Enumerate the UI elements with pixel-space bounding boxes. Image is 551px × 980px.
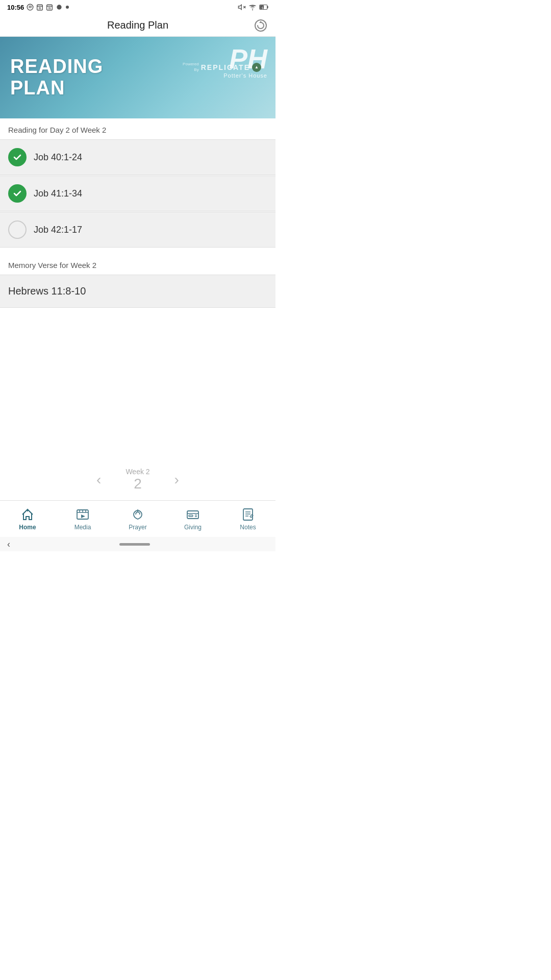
spotify-icon [27,4,34,11]
svg-point-0 [27,4,33,10]
banner: READING PLAN PH Potter's House Powered B… [0,37,276,118]
nav-item-notes[interactable]: Notes [220,507,276,531]
calendar-icon-1: 31 [36,4,43,11]
svg-point-11 [252,9,253,10]
bottom-nav: Home Media Prayer Giving [0,500,276,537]
status-right [238,3,268,11]
svg-rect-30 [243,509,253,520]
reading-item-1[interactable]: Job 40:1-24 [0,139,276,175]
reading-section-label: Reading for Day 2 of Week 2 [0,118,276,139]
status-bar: 10:56 31 31 [0,0,276,14]
banner-logo: PH Potter's House Powered By REPLICATE ▲ [223,45,267,79]
reading-item-2[interactable]: Job 41:1-34 [0,176,276,211]
memory-verse-text: Hebrews 11:8-10 [8,285,86,297]
record-icon [56,4,63,11]
svg-marker-16 [259,21,262,23]
svg-rect-27 [189,515,193,517]
status-left: 10:56 31 31 [7,4,69,11]
next-week-button[interactable]: › [170,468,183,492]
back-arrow[interactable]: ‹ [7,539,10,550]
home-icon [20,507,35,522]
svg-text:31: 31 [39,7,42,10]
replicate-branding: Powered By REPLICATE ▲ [183,62,261,72]
nav-item-media[interactable]: Media [55,507,110,531]
reading-section: Reading for Day 2 of Week 2 Job 40:1-24 … [0,118,276,248]
church-name: Potter's House [223,72,267,79]
nav-label-home: Home [19,524,36,531]
svg-point-7 [57,5,62,9]
dot-icon [65,5,69,9]
notes-icon [241,507,255,522]
replicate-icon: ▲ [252,63,261,72]
prev-week-button[interactable]: ‹ [92,468,105,492]
giving-icon [186,507,200,522]
nav-item-giving[interactable]: Giving [165,507,220,531]
gesture-bar: ‹ [0,537,276,551]
banner-title: READING PLAN [10,56,103,99]
mute-icon [238,3,246,11]
svg-rect-14 [260,5,264,9]
week-label: Week 2 2 [126,468,149,492]
reading-text-2: Job 41:1-34 [34,188,82,199]
prayer-icon [131,507,145,522]
nav-label-notes: Notes [240,524,256,531]
reading-item-3[interactable]: Job 42:1-17 [0,212,276,248]
memory-section: Memory Verse for Week 2 Hebrews 11:8-10 [0,254,276,308]
wifi-icon [248,3,257,11]
battery-icon [259,4,268,11]
media-icon [76,507,90,522]
svg-marker-23 [81,514,85,518]
check-icon-1[interactable] [8,148,27,166]
header: Reading Plan [0,14,276,37]
check-icon-2[interactable] [8,184,27,203]
replicate-label: REPLICATE [201,63,250,71]
memory-verse-box[interactable]: Hebrews 11:8-10 [0,275,276,308]
nav-label-giving: Giving [184,524,202,531]
gesture-pill [119,543,150,546]
nav-item-prayer[interactable]: Prayer [110,507,165,531]
calendar-icon-2: 31 [46,4,53,11]
nav-item-home[interactable]: Home [0,507,55,531]
week-navigator: ‹ Week 2 2 › [0,459,276,500]
refresh-button[interactable] [253,18,268,33]
memory-section-label: Memory Verse for Week 2 [0,254,276,275]
nav-label-media: Media [74,524,91,531]
check-icon-3[interactable] [8,220,27,239]
page-title: Reading Plan [107,19,168,31]
nav-label-prayer: Prayer [129,524,146,531]
status-time: 10:56 [7,4,24,11]
svg-text:31: 31 [48,7,52,10]
svg-rect-13 [267,6,268,9]
reading-text-1: Job 40:1-24 [34,152,82,163]
reading-text-3: Job 42:1-17 [34,225,82,235]
svg-point-8 [66,6,69,9]
